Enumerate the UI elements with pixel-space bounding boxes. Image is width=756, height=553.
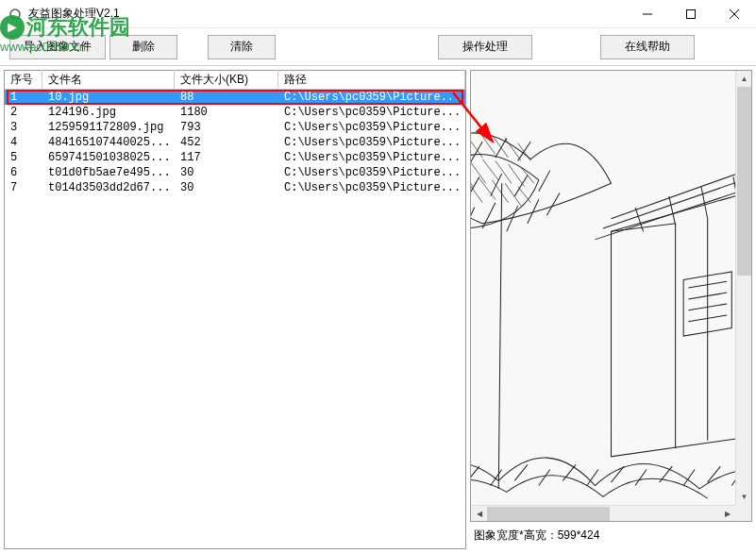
window-controls — [626, 0, 756, 27]
cell-filesize: 30 — [175, 166, 278, 179]
cell-path: C:\Users\pc0359\Picture... — [278, 166, 465, 179]
cell-filename: t01d0fb5ae7e495... — [42, 166, 175, 179]
svg-rect-3 — [687, 9, 696, 18]
cell-filename: 1259591172809.jpg — [42, 121, 175, 134]
table-row[interactable]: 110.jpg88C:\Users\pc0359\Picture... — [5, 90, 465, 105]
cell-filename: 484165107440025... — [42, 136, 175, 149]
cell-filename: 659741501038025... — [42, 151, 175, 164]
scroll-up-icon[interactable]: ▲ — [736, 71, 751, 87]
header-path[interactable]: 路径 — [278, 70, 465, 90]
cell-path: C:\Users\pc0359\Picture... — [278, 91, 465, 104]
cell-filesize: 88 — [175, 91, 278, 104]
header-filename[interactable]: 文件名 — [42, 70, 175, 90]
cell-path: C:\Users\pc0359\Picture... — [278, 181, 465, 194]
cell-filesize: 793 — [175, 121, 278, 134]
scroll-thumb-v[interactable] — [737, 87, 751, 276]
cell-seq: 3 — [5, 121, 42, 134]
scroll-left-icon[interactable]: ◀ — [471, 506, 487, 521]
cell-seq: 6 — [5, 166, 42, 179]
scroll-right-icon[interactable]: ▶ — [719, 506, 735, 521]
image-dimensions-label: 图象宽度*高宽：599*424 — [470, 522, 752, 549]
cell-filename: 10.jpg — [42, 91, 175, 104]
preview-area: ▲ ▼ ◀ ▶ — [471, 71, 751, 521]
cell-seq: 5 — [5, 151, 42, 164]
file-list-panel: 序号 文件名 文件大小(KB) 路径 110.jpg88C:\Users\pc0… — [4, 70, 466, 549]
table-row[interactable]: 5659741501038025...117C:\Users\pc0359\Pi… — [5, 150, 465, 165]
table-row[interactable]: 6t01d0fb5ae7e495...30C:\Users\pc0359\Pic… — [5, 165, 465, 180]
cell-filename: 124196.jpg — [42, 106, 175, 119]
titlebar: 友益图象处理V2.1 — [0, 0, 756, 28]
help-button[interactable]: 在线帮助 — [600, 35, 695, 59]
table-row[interactable]: 2124196.jpg1180C:\Users\pc0359\Picture..… — [5, 105, 465, 120]
cell-seq: 7 — [5, 181, 42, 194]
table-row[interactable]: 31259591172809.jpg793C:\Users\pc0359\Pic… — [5, 120, 465, 135]
preview-image — [471, 71, 751, 521]
maximize-button[interactable] — [669, 0, 713, 27]
cell-seq: 2 — [5, 106, 42, 119]
cell-filesize: 452 — [175, 136, 278, 149]
delete-button[interactable]: 删除 — [109, 35, 177, 59]
vertical-scrollbar[interactable]: ▲ ▼ — [735, 71, 751, 505]
scroll-thumb-h[interactable] — [487, 507, 610, 521]
scroll-down-icon[interactable]: ▼ — [736, 489, 751, 505]
cell-seq: 4 — [5, 136, 42, 149]
table-row[interactable]: 7t014d3503dd2d67...30C:\Users\pc0359\Pic… — [5, 180, 465, 195]
cell-filesize: 117 — [175, 151, 278, 164]
table-row[interactable]: 4484165107440025...452C:\Users\pc0359\Pi… — [5, 135, 465, 150]
cell-path: C:\Users\pc0359\Picture... — [278, 121, 465, 134]
table-body: 110.jpg88C:\Users\pc0359\Picture...21241… — [5, 90, 465, 548]
main-area: 序号 文件名 文件大小(KB) 路径 110.jpg88C:\Users\pc0… — [0, 66, 756, 553]
cell-filesize: 30 — [175, 181, 278, 194]
cell-path: C:\Users\pc0359\Picture... — [278, 151, 465, 164]
table-header: 序号 文件名 文件大小(KB) 路径 — [5, 71, 465, 90]
process-button[interactable]: 操作处理 — [438, 35, 532, 59]
cell-path: C:\Users\pc0359\Picture... — [278, 106, 465, 119]
close-button[interactable] — [713, 0, 756, 27]
cell-filesize: 1180 — [175, 106, 278, 119]
svg-line-1 — [18, 17, 21, 20]
header-filesize[interactable]: 文件大小(KB) — [175, 70, 278, 90]
minimize-button[interactable] — [626, 0, 669, 27]
preview-panel: ▲ ▼ ◀ ▶ 图象宽度*高宽：599*424 — [470, 70, 752, 549]
horizontal-scrollbar[interactable]: ◀ ▶ — [471, 505, 735, 521]
header-seq[interactable]: 序号 — [5, 70, 42, 90]
scroll-corner — [735, 505, 751, 521]
preview-container: ▲ ▼ ◀ ▶ — [470, 70, 752, 522]
toolbar: 导入图像文件 删除 清除 操作处理 在线帮助 — [0, 28, 756, 66]
cell-path: C:\Users\pc0359\Picture... — [278, 136, 465, 149]
cell-seq: 1 — [5, 91, 42, 104]
app-icon — [8, 7, 23, 22]
clear-button[interactable]: 清除 — [208, 35, 276, 59]
window-title: 友益图象处理V2.1 — [28, 6, 626, 22]
import-button[interactable]: 导入图像文件 — [9, 35, 106, 59]
cell-filename: t014d3503dd2d67... — [42, 181, 175, 194]
